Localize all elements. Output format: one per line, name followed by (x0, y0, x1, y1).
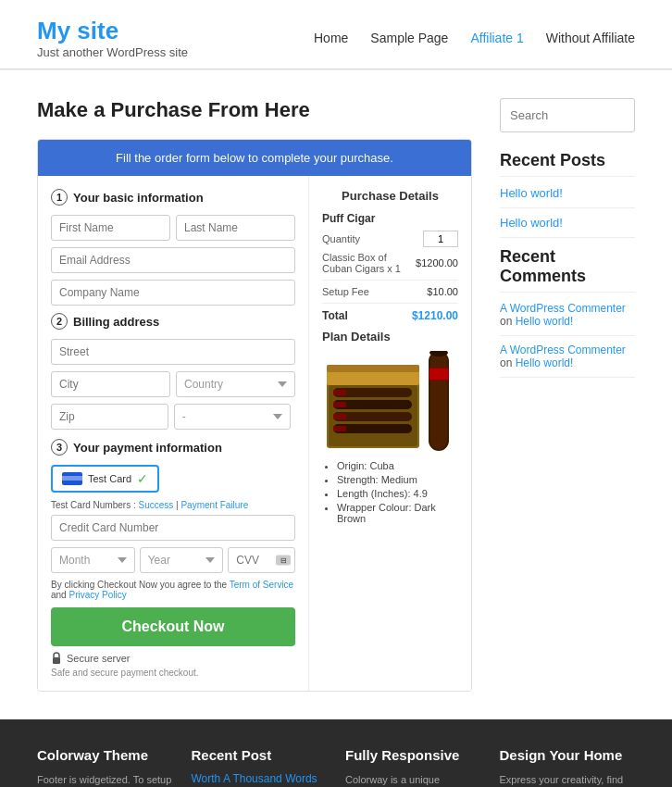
footer-grid: Colorway Theme Footer is widgetized. To … (37, 747, 635, 787)
purchase-details-title: Purchase Details (322, 189, 458, 203)
section1-title: 1 Your basic information (51, 189, 295, 206)
failure-link[interactable]: Payment Failure (180, 500, 248, 510)
comment-1: A WordPress Commenter on Hello world! (500, 344, 635, 378)
nav-without-affiliate[interactable]: Without Affiliate (546, 31, 635, 45)
quantity-input[interactable] (423, 231, 458, 247)
zip-row: - (51, 404, 295, 430)
success-link[interactable]: Success (138, 500, 173, 510)
form-right: Purchase Details Puff Cigar Quantity Cla… (309, 176, 471, 691)
company-row (51, 280, 295, 306)
year-select[interactable]: Year (140, 547, 224, 573)
order-body: 1 Your basic information (38, 176, 471, 691)
site-branding: My site Just another WordPress site (37, 17, 188, 59)
zip-input[interactable] (51, 404, 168, 430)
footer-widget-1: Recent Post Worth A Thousand Words Categ… (192, 747, 328, 787)
post-link-1[interactable]: Hello world! (500, 216, 635, 238)
cc-row (51, 515, 295, 541)
section3-title: 3 Your payment information (51, 439, 295, 456)
site-header: My site Just another WordPress site Home… (0, 0, 672, 69)
svg-rect-10 (333, 402, 346, 407)
order-card: Fill the order form below to complete yo… (37, 139, 472, 692)
svg-rect-16 (429, 369, 448, 380)
sidebar: Recent Posts Hello world! Hello world! R… (500, 98, 635, 692)
section2-title: 2 Billing address (51, 313, 295, 330)
nav-sample-page[interactable]: Sample Page (370, 31, 448, 45)
product-desc: Classic Box of Cuban Cigars x 1 (322, 252, 416, 274)
total-label: Total (322, 309, 348, 322)
nav-home[interactable]: Home (314, 31, 348, 45)
recent-posts-title: Recent Posts (500, 151, 635, 177)
month-select[interactable]: Month (51, 547, 135, 573)
section1-num: 1 (51, 189, 68, 206)
plan-detail-3: Wrapper Colour: Dark Brown (337, 502, 458, 524)
footer-widget-text-0: Footer is widgetized. To setup the foote… (37, 772, 173, 787)
secure-label: Secure server (67, 653, 130, 664)
form-left: 1 Your basic information (38, 176, 309, 691)
total-value: $1210.00 (412, 309, 458, 322)
state-select[interactable]: - (174, 404, 292, 430)
first-name-input[interactable] (51, 215, 170, 241)
terms-link[interactable]: Term of Service (230, 580, 293, 590)
post-link-0[interactable]: Hello world! (500, 186, 635, 208)
safe-text: Safe and secure payment checkout. (51, 668, 295, 678)
plan-detail-0: Origin: Cuba (337, 460, 458, 471)
site-description: Just another WordPress site (37, 45, 188, 59)
main-container: Make a Purchase From Here Fill the order… (0, 70, 672, 719)
payment-section: 3 Your payment information Test Card ✓ T… (51, 439, 295, 678)
agree-text: By clicking Checkout Now you agree to th… (51, 580, 295, 600)
footer-widget-title-1: Recent Post (192, 747, 328, 763)
cvv-icon: ⊟ (276, 556, 291, 566)
cigar-image (322, 351, 466, 453)
svg-rect-14 (430, 353, 447, 449)
setup-fee-row: Setup Fee $10.00 (322, 286, 458, 297)
setup-fee-label: Setup Fee (322, 286, 369, 297)
site-title: My site (37, 17, 188, 45)
setup-fee-value: $10.00 (427, 286, 458, 297)
email-input[interactable] (51, 247, 295, 273)
city-country-row: Country (51, 371, 295, 397)
section3-num: 3 (51, 439, 68, 456)
plan-detail-1: Strength: Medium (337, 474, 458, 485)
svg-rect-3 (327, 365, 419, 372)
footer-recent-post-0[interactable]: Worth A Thousand Words (192, 772, 328, 785)
comment-post-1[interactable]: Hello world! (516, 356, 574, 369)
checkout-button[interactable]: Checkout Now (51, 607, 295, 646)
quantity-row: Quantity (322, 231, 458, 247)
secure-row: Secure server (51, 652, 295, 665)
company-input[interactable] (51, 280, 295, 306)
plan-detail-2: Length (Inches): 4.9 (337, 488, 458, 499)
svg-rect-11 (333, 414, 346, 419)
recent-comments-title: Recent Comments (500, 247, 635, 293)
card-icon (62, 472, 82, 485)
footer-widget-text-2: Colorway is a unique responsive WordPres… (345, 772, 481, 787)
city-input[interactable] (51, 371, 170, 397)
comment-post-0[interactable]: Hello world! (516, 315, 574, 328)
search-input[interactable] (501, 101, 635, 130)
commenter-0[interactable]: A WordPress Commenter (500, 302, 626, 315)
lock-icon (51, 652, 62, 665)
order-header: Fill the order form below to complete yo… (38, 140, 471, 176)
footer-widget-title-2: Fully Responsive (345, 747, 481, 763)
country-select[interactable]: Country (176, 371, 295, 397)
email-row (51, 247, 295, 273)
product-name: Puff Cigar (322, 212, 458, 225)
privacy-link[interactable]: Privacy Policy (68, 590, 126, 600)
page-title: Make a Purchase From Here (37, 98, 472, 122)
commenter-1[interactable]: A WordPress Commenter (500, 344, 626, 356)
svg-rect-9 (333, 390, 346, 395)
product-price: $1200.00 (416, 257, 458, 269)
cc-input[interactable] (51, 515, 295, 541)
month-year-cvv-row: Month Year ⊟ (51, 547, 295, 573)
search-box (500, 98, 635, 132)
content-left: Make a Purchase From Here Fill the order… (37, 98, 472, 692)
card-button[interactable]: Test Card ✓ (51, 465, 159, 493)
quantity-label: Quantity (322, 233, 360, 244)
footer-widget-0: Colorway Theme Footer is widgetized. To … (37, 747, 173, 787)
last-name-input[interactable] (176, 215, 295, 241)
nav-affiliate1[interactable]: Affiliate 1 (470, 31, 523, 45)
plan-title: Plan Details (322, 330, 458, 344)
street-input[interactable] (51, 339, 295, 365)
street-row (51, 339, 295, 365)
svg-rect-12 (333, 426, 346, 431)
footer-widget-3: Design Your Home Express your creativity… (500, 747, 636, 787)
